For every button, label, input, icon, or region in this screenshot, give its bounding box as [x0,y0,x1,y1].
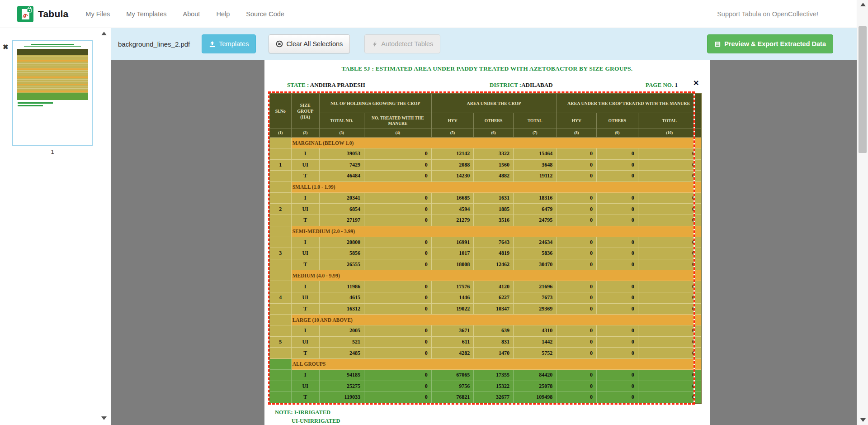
template-upload-icon [209,41,216,48]
nav-source-code[interactable]: Source Code [246,10,284,18]
thumb-table-body [17,55,88,100]
district-value: ADILABAD [521,81,552,88]
scrollbar-thumb[interactable] [859,26,867,153]
remove-page-icon[interactable]: ✖ [3,43,9,50]
thumb-table-header [17,49,88,55]
table-list-icon [714,41,721,48]
sidebar-scroll-up-icon[interactable] [101,32,107,35]
tabula-app: Tabula My Files My Templates About Help … [0,0,868,425]
file-toolbar: background_lines_2.pdf Templates Clear A… [111,28,857,60]
scrollbar-down-icon[interactable] [860,418,866,422]
scrollbar-up-icon[interactable] [860,3,866,6]
document-meta-line: STATE : ANDHRA PRADESH DISTRICT :ADILABA… [264,81,710,90]
filename-label: background_lines_2.pdf [118,40,190,48]
pageno-value: 1 [675,81,678,88]
selection-box[interactable] [268,91,695,405]
selection-close-button[interactable]: ✕ [693,80,699,87]
templates-button-label: Templates [219,40,249,48]
note-line-1: NOTE: I-IRRIGATED [275,409,330,416]
support-link[interactable]: Support Tabula on OpenCollective! [717,10,818,18]
page-number-label: 1 [12,148,93,155]
autodetect-button-label: Autodetect Tables [381,40,433,48]
page-scrollbar[interactable] [857,0,868,425]
lightning-icon [372,41,378,48]
nav-about[interactable]: About [183,10,200,18]
tabula-logo-icon [17,6,33,22]
sidebar-scroll-down-icon[interactable] [101,416,107,420]
autodetect-tables-button[interactable]: Autodetect Tables [364,34,440,53]
main-nav: My Files My Templates About Help Source … [85,10,284,18]
document-title: TABLE 5J : ESTIMATED AREA UNDER PADDY TR… [264,65,710,72]
nav-my-templates[interactable]: My Templates [126,10,166,18]
state-label: STATE : [287,81,309,88]
state-field: STATE : ANDHRA PRADESH [287,81,365,89]
clear-button-label: Clear All Selections [286,40,343,48]
thumbnail-sidebar: ✖ 1 [0,28,111,425]
thumb-note-line [18,102,53,104]
state-value: ANDHRA PRADESH [310,81,365,88]
district-field: DISTRICT :ADILABAD [490,81,553,89]
export-button-label: Preview & Export Extracted Data [724,40,826,48]
thumb-all-groups-band [17,93,88,100]
thumb-subtitle-line [24,46,80,47]
templates-button[interactable]: Templates [202,34,256,53]
thumb-note-line2 [18,105,43,106]
pdf-viewer: TABLE 5J : ESTIMATED AREA UNDER PADDY TR… [111,60,857,425]
pageno-label: PAGE NO. [646,81,673,88]
page-thumbnail[interactable] [12,40,93,146]
nav-help[interactable]: Help [216,10,230,18]
pdf-page[interactable]: TABLE 5J : ESTIMATED AREA UNDER PADDY TR… [264,60,710,425]
nav-my-files[interactable]: My Files [85,10,110,18]
preview-export-button[interactable]: Preview & Export Extracted Data [707,34,833,53]
thumb-title-line [31,44,74,45]
pageno-field: PAGE NO. 1 [646,81,678,89]
clear-all-selections-button[interactable]: Clear All Selections [269,34,350,53]
district-label: DISTRICT : [490,81,521,88]
brand-title: Tabula [38,9,68,19]
brand[interactable]: Tabula [17,6,68,22]
top-navbar: Tabula My Files My Templates About Help … [0,0,868,28]
note-line-2: UI-UNIRRIGATED [292,418,340,425]
clear-circle-x-icon [276,40,283,48]
